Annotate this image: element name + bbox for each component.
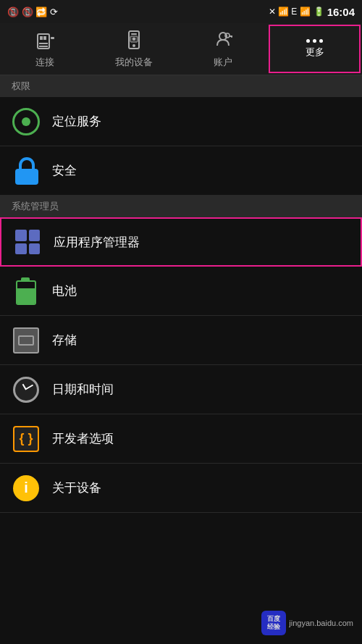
menu-item-security[interactable]: 安全 — [0, 146, 362, 196]
menu-item-location[interactable]: 定位服务 — [0, 97, 362, 146]
tab-more[interactable]: 更多 — [269, 25, 361, 73]
section-permissions-label: 权限 — [12, 80, 30, 91]
status-right-icons: ✕ 📶 E 📶 🔋 16:04 — [269, 6, 355, 18]
tab-account-label: 账户 — [214, 56, 232, 69]
more-icon — [306, 39, 323, 43]
svg-rect-4 — [39, 46, 48, 47]
grid-icon — [15, 230, 40, 254]
nav-tabs: 连接 我的设备 — [0, 23, 362, 75]
tab-connect-label: 连接 — [35, 56, 54, 69]
location-icon — [12, 107, 41, 136]
menu-item-datetime[interactable]: 日期和时间 — [0, 365, 362, 414]
lock-icon — [13, 157, 39, 185]
svg-point-7 — [132, 44, 135, 47]
datetime-label: 日期和时间 — [52, 381, 114, 398]
developer-label: 开发者选项 — [52, 430, 114, 447]
section-header-permissions: 权限 — [0, 75, 362, 97]
svg-rect-1 — [40, 36, 43, 40]
tab-account[interactable]: 账户 — [178, 23, 267, 75]
tab-mydevice-label: 我的设备 — [115, 56, 153, 69]
baidu-url: jingyan.baidu.com — [289, 619, 353, 627]
mydevice-icon — [124, 30, 144, 53]
appmanager-label: 应用程序管理器 — [54, 234, 140, 251]
watermark: 百度经验 jingyan.baidu.com — [261, 611, 353, 635]
menu-item-developer[interactable]: { } 开发者选项 — [0, 414, 362, 464]
sd-card-icon — [13, 327, 39, 354]
clock-icon — [13, 377, 39, 403]
info-circle-icon: i — [13, 475, 39, 501]
svg-rect-5 — [51, 37, 54, 39]
battery-icon — [12, 277, 41, 306]
svg-rect-3 — [39, 43, 48, 44]
account-icon — [213, 30, 233, 53]
mydevice-svg-icon — [124, 30, 144, 50]
tab-more-label: 更多 — [306, 46, 324, 59]
location-target-icon — [12, 108, 40, 135]
developer-icon: { } — [12, 425, 41, 453]
tab-mydevice[interactable]: 我的设备 — [89, 23, 178, 75]
menu-item-about[interactable]: i 关于设备 — [0, 464, 362, 513]
about-label: 关于设备 — [52, 480, 101, 496]
storage-icon — [12, 326, 41, 355]
time-display: 16:04 — [327, 6, 355, 18]
tab-connect[interactable]: 连接 — [0, 23, 89, 75]
security-label: 安全 — [52, 162, 77, 179]
menu-item-battery[interactable]: 电池 — [0, 267, 362, 316]
connect-svg-icon — [35, 30, 55, 50]
menu-item-storage[interactable]: 存储 — [0, 316, 362, 365]
svg-rect-8 — [131, 33, 137, 35]
about-icon: i — [12, 474, 41, 503]
menu-item-appmanager[interactable]: 应用程序管理器 — [0, 217, 362, 267]
location-label: 定位服务 — [52, 113, 101, 130]
connect-icon — [35, 30, 55, 53]
baidu-logo-icon: 百度经验 — [261, 611, 286, 635]
notification-icons: 📵 📵 🔁 ⟳ — [7, 7, 58, 17]
section-sysadmin-label: 系统管理员 — [12, 201, 59, 212]
three-dots-icon — [306, 39, 323, 43]
account-svg-icon — [213, 30, 233, 50]
battery-label: 电池 — [52, 283, 77, 299]
section-header-sysadmin: 系统管理员 — [0, 196, 362, 217]
svg-rect-2 — [43, 36, 46, 40]
battery-shape-icon — [15, 277, 37, 305]
signal-icon: ✕ 📶 E — [269, 7, 298, 17]
status-bar: 📵 📵 🔁 ⟳ ✕ 📶 E 📶 🔋 16:04 — [0, 0, 362, 23]
appmanager-icon — [13, 227, 42, 256]
battery-status: 📶 🔋 — [300, 7, 324, 17]
status-left-icons: 📵 📵 🔁 ⟳ — [7, 7, 58, 17]
datetime-icon — [12, 375, 41, 404]
svg-rect-16 — [231, 35, 232, 38]
security-icon — [12, 156, 41, 185]
storage-label: 存储 — [52, 332, 77, 348]
curly-braces-icon: { } — [13, 426, 39, 452]
